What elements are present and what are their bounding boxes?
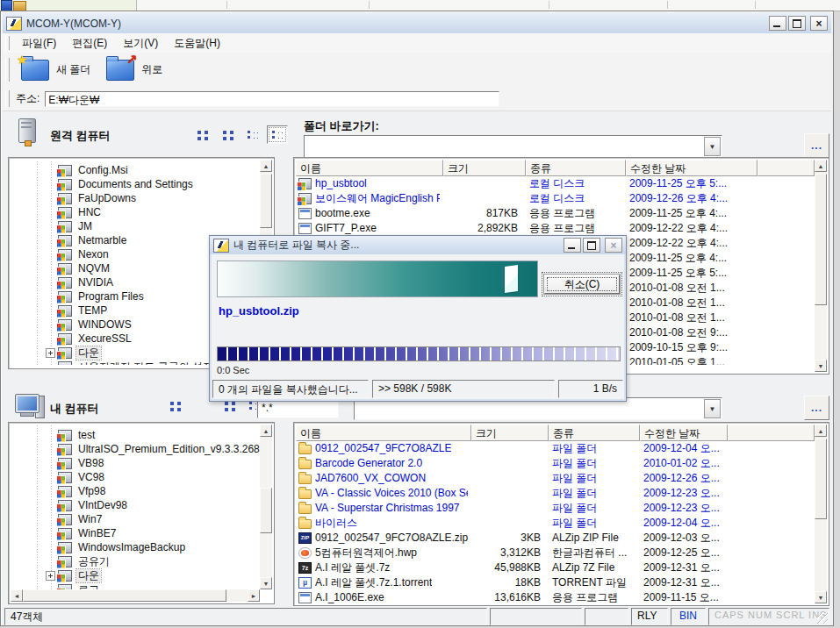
scroll-up-button[interactable]: ▲ xyxy=(815,425,827,437)
file-row[interactable]: JAD7600_VX_COWON 파일 폴더 2009-12-26 오... xyxy=(296,471,815,486)
file-row[interactable]: 0912_002547_9FC7O8AZLE 파일 폴더 2009-12-04 … xyxy=(296,441,815,456)
tree-item[interactable]: VC98 xyxy=(11,470,260,484)
tree-item[interactable]: 로고 xyxy=(11,582,260,589)
file-row[interactable]: 5컴퓨터원격제어.hwp 3,312KB 한글과컴퓨터 ... 2009-12-… xyxy=(296,546,815,560)
up-button[interactable]: ↗ 위로 xyxy=(103,58,171,82)
column-header[interactable]: 이름 xyxy=(296,425,471,441)
file-size xyxy=(471,486,549,501)
tree-expander-icon[interactable] xyxy=(46,348,55,358)
local-tree-vertical-scrollbar[interactable]: ▲ ▼ xyxy=(260,425,272,589)
minimize-button[interactable] xyxy=(769,16,786,31)
tree-expander-icon[interactable] xyxy=(46,571,55,581)
dropdown-arrow-icon[interactable]: ▼ xyxy=(704,399,721,418)
column-header[interactable]: 수정한 날짜 xyxy=(640,425,728,441)
dialog-maximize-button[interactable] xyxy=(583,238,600,253)
menu-item[interactable]: 파일(F) xyxy=(14,34,64,53)
tree-item[interactable]: VB98 xyxy=(11,456,260,470)
tree-item[interactable]: WinBE7 xyxy=(11,526,260,540)
file-row[interactable]: A.I 레알 풀셋.7z.1.torrent 18KB TORRENT 파일 2… xyxy=(296,575,815,590)
tree-item[interactable]: WindowsImageBackup xyxy=(11,540,260,554)
cancel-button[interactable]: 취소(C) xyxy=(544,275,620,294)
file-row[interactable]: A.I_1006E.exe 13,616KB 응용 프로그램 2009-11-1… xyxy=(296,590,815,603)
file-row[interactable]: 보이스웨어 MagicEnglish Plus 로컬 디스크 2009-12-2… xyxy=(296,191,815,206)
elapsed-time: 0:0 Sec xyxy=(217,365,249,375)
view-list-button[interactable] xyxy=(245,127,260,141)
tree-item[interactable]: 다운 xyxy=(11,568,260,582)
tree-item[interactable]: VIntDev98 xyxy=(11,498,260,512)
file-date: 2009-12-25 오... xyxy=(640,546,728,560)
dialog-close-button[interactable]: × xyxy=(605,238,622,253)
file-row[interactable]: GIFT7_P.exe 2,892KB 응용 프로그램 2009-12-22 오… xyxy=(296,221,815,236)
dialog-title-bar[interactable]: 내 컴퓨터로 파일 복사 중... × xyxy=(210,236,626,254)
local-list-vertical-scrollbar[interactable]: ▲ ▼ xyxy=(815,425,827,603)
local-tree-horizontal-scrollbar[interactable]: ◄ ► xyxy=(11,589,260,602)
menu-item[interactable]: 보기(V) xyxy=(115,34,166,53)
pc-screen xyxy=(15,394,39,413)
tree-item[interactable]: FaUpDowns xyxy=(11,191,260,205)
scrollbar-thumb[interactable] xyxy=(23,589,226,602)
address-input[interactable]: E:₩다운₩ xyxy=(45,91,499,107)
tree-item[interactable]: JM xyxy=(11,219,260,233)
tree-item[interactable]: 공유기 xyxy=(11,554,260,568)
column-header[interactable]: 크기 xyxy=(471,425,549,441)
file-type: 로컬 디스크 xyxy=(526,191,626,206)
scroll-down-button[interactable]: ▼ xyxy=(815,591,827,603)
file-row[interactable]: Barcode Generator 2.0 파일 폴더 2010-01-02 오… xyxy=(296,456,815,471)
scrollbar-thumb[interactable] xyxy=(260,488,272,533)
scroll-right-button[interactable]: ► xyxy=(248,589,260,602)
file-row[interactable]: bootme.exe 817KB 응용 프로그램 2009-11-25 오후 4… xyxy=(296,206,815,221)
toolbar-grip[interactable] xyxy=(5,58,10,82)
column-header[interactable]: 종류 xyxy=(549,425,640,441)
new-folder-button[interactable]: ★ 새 폴더 xyxy=(18,58,99,82)
toolbar-grip[interactable] xyxy=(5,90,10,107)
column-header[interactable]: 수정한 날짜 xyxy=(626,160,757,176)
file-name: Barcode Generator 2.0 xyxy=(315,456,422,471)
background-divider xyxy=(369,1,370,9)
view-large-icons-button[interactable] xyxy=(168,398,183,412)
tree-item[interactable]: Win7 xyxy=(11,512,260,526)
tree-item[interactable]: Vfp98 xyxy=(11,484,260,498)
scroll-down-button[interactable]: ▼ xyxy=(815,360,827,372)
scroll-left-button[interactable]: ◄ xyxy=(11,589,23,602)
local-browse-button[interactable]: ... xyxy=(804,396,829,420)
scrollbar-thumb[interactable] xyxy=(260,174,272,228)
remote-list-vertical-scrollbar[interactable]: ▲ ▼ xyxy=(815,160,827,372)
scrollbar-thumb[interactable] xyxy=(815,439,827,519)
tree-item[interactable]: UltraISO_Premium_Edition_v9.3.3.2685_Ret… xyxy=(11,442,260,456)
column-header[interactable]: 이름 xyxy=(296,160,443,176)
view-large-icons-button[interactable] xyxy=(195,127,210,141)
title-bar[interactable]: MCOM-Y(MCOM-Y) × xyxy=(3,13,831,33)
remote-browse-button[interactable]: ... xyxy=(804,133,829,158)
close-button[interactable]: × xyxy=(810,16,828,31)
file-row[interactable]: VA - Superstar Christmas 1997 파일 폴더 2009… xyxy=(296,501,815,516)
local-file-list: 0912_002547_9FC7O8AZLE 파일 폴더 2009-12-04 … xyxy=(296,441,815,603)
menu-item[interactable]: 편집(E) xyxy=(64,34,115,53)
file-row[interactable]: A.I 레알 풀셋.7z 45,988KB ALZip 7Z File 2009… xyxy=(296,560,815,575)
dropdown-arrow-icon[interactable]: ▼ xyxy=(704,137,721,156)
scroll-up-button[interactable]: ▲ xyxy=(815,160,827,172)
tree-item[interactable]: Documents and Settings xyxy=(11,177,260,191)
file-row[interactable]: hp_usbtool 로컬 디스크 2009-11-25 오후 5:... xyxy=(296,176,815,191)
tree-item[interactable]: Config.Msi xyxy=(11,163,260,177)
scroll-up-button[interactable]: ▲ xyxy=(260,160,272,172)
dialog-minimize-button[interactable] xyxy=(564,238,581,253)
view-small-icons-button[interactable] xyxy=(220,127,235,141)
file-row[interactable]: 바이러스 파일 폴더 2009-12-04 오... xyxy=(296,516,815,531)
file-date: 2009-10-15 오후 9:... xyxy=(626,340,757,355)
close-icon: × xyxy=(815,18,822,29)
file-row[interactable]: 0912_002547_9FC7O8AZLE.zip 3KB ALZip ZIP… xyxy=(296,531,815,546)
scrollbar-thumb[interactable] xyxy=(815,174,827,305)
star-icon: ★ xyxy=(17,53,28,67)
toolbar-grip[interactable] xyxy=(5,36,10,49)
maximize-button[interactable] xyxy=(788,16,806,31)
scroll-up-button[interactable]: ▲ xyxy=(260,425,272,437)
remote-folder-shortcut-combobox[interactable]: ▼ xyxy=(304,135,722,158)
file-row[interactable]: VA - Classic Voices 2010 (Box Set)... 파일… xyxy=(296,486,815,501)
column-header[interactable]: 종류 xyxy=(526,160,626,176)
tree-item[interactable]: HNC xyxy=(11,205,260,219)
column-header[interactable]: 크기 xyxy=(443,160,526,176)
scroll-down-button[interactable]: ▼ xyxy=(260,577,272,589)
view-details-button[interactable] xyxy=(267,125,288,144)
menu-item[interactable]: 도움말(H) xyxy=(166,34,228,53)
tree-item[interactable]: test xyxy=(11,428,260,442)
